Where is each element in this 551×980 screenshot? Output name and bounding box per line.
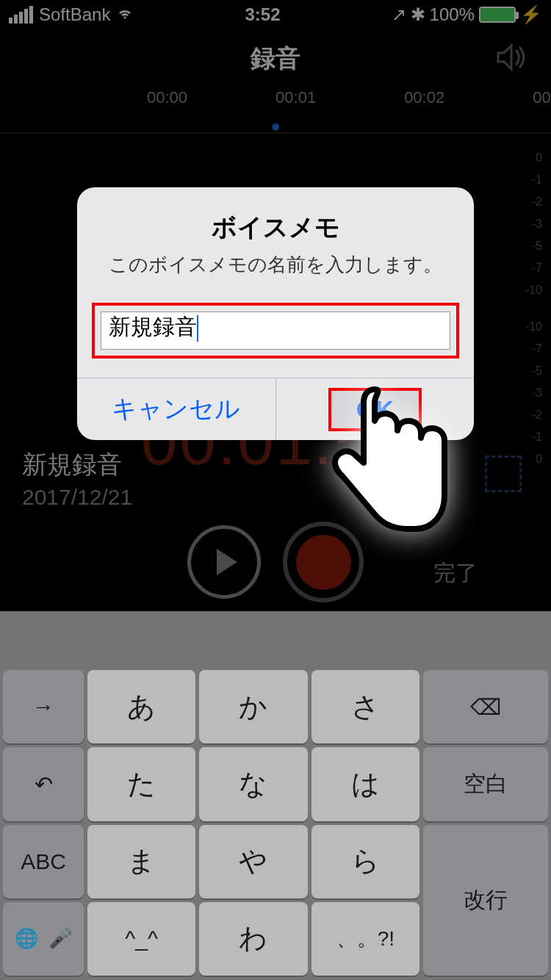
keyboard-dim-overlay — [0, 611, 551, 980]
memo-name-input[interactable]: 新規録音 — [101, 311, 450, 350]
pointer-hand-icon — [323, 382, 455, 547]
input-highlight: 新規録音 — [92, 303, 459, 359]
text-cursor — [197, 315, 198, 342]
keyboard[interactable]: → あ か さ ⌫ ↶ た な は 空白 ABC ま や ら 改行 🌐 🎤 ^_… — [0, 611, 551, 980]
cancel-button[interactable]: キャンセル — [77, 378, 276, 440]
dialog-title: ボイスメモ — [99, 211, 452, 245]
input-value: 新規録音 — [109, 314, 197, 339]
dialog-subtitle: このボイスメモの名前を入力します。 — [99, 252, 452, 278]
